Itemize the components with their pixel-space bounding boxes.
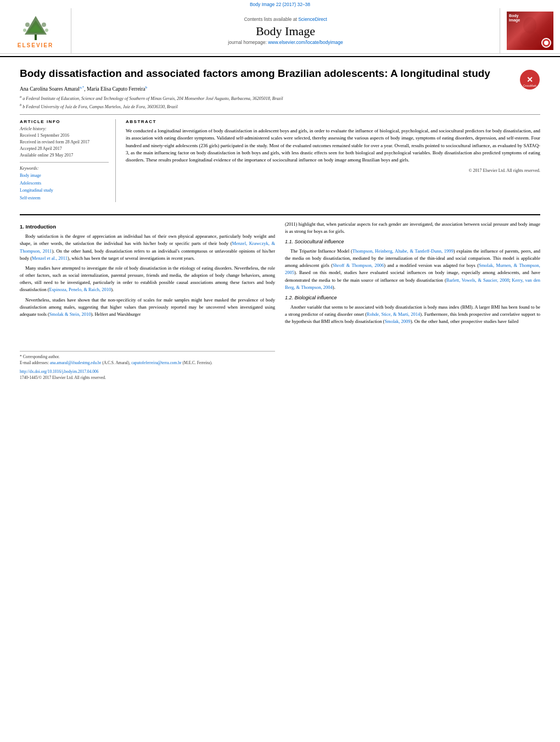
email-footnote: E-mail addresses: ana.amaral@ifsudestmg.… (20, 360, 275, 366)
body-col-right: (2011) highlight that, when particular a… (285, 221, 540, 381)
science-direct-line: Contents lists available at ScienceDirec… (244, 16, 327, 22)
keywords-list: Body image Adolescents Longitudinal stud… (20, 172, 109, 202)
journal-cover-area: BodyImage (500, 8, 560, 53)
svg-point-7 (45, 29, 48, 32)
cover-overlay (507, 12, 553, 50)
abstract-col: ABSTRACT We conducted a longitudinal inv… (126, 119, 540, 202)
author-2: Maria Elisa Caputo Ferreira (87, 86, 145, 92)
email-b-link[interactable]: caputofeferreira@terra.com.br (131, 360, 181, 365)
article-info-col: ARTICLE INFO Article history: Received 1… (20, 119, 116, 202)
affiliations: a a Federal Institute of Education, Scie… (20, 94, 540, 110)
keyword-2[interactable]: Adolescents (20, 180, 109, 187)
svg-point-5 (42, 23, 46, 27)
crossmark-badge[interactable]: ✕ CrossMark (519, 69, 540, 91)
subsection-1-1-heading: 1.1. Sociocultural influence (285, 238, 540, 246)
sociocultural-para-1: The Tripartite Influence Model (Thompson… (285, 248, 540, 291)
keyword-3[interactable]: Longitudinal study (20, 187, 109, 194)
science-direct-link[interactable]: ScienceDirect (298, 16, 327, 22)
ref-smolak-murnen-link[interactable]: Smolak, Murnen, & Thompson, 2005 (285, 263, 540, 275)
journal-header: Body Image 22 (2017) 32–38 ELSEVIER (0, 0, 560, 57)
intro-para-continued: (2011) highlight that, when particular a… (285, 221, 540, 235)
journal-name-header: Body Image (256, 24, 315, 38)
volume-text: Body Image 22 (2017) 32–38 (250, 2, 310, 7)
elsevier-brand-text: ELSEVIER (18, 42, 53, 48)
elsevier-tree-icon (19, 14, 52, 41)
keywords-label: Keywords: (20, 166, 109, 171)
accepted-date: Accepted 28 April 2017 (20, 146, 109, 152)
affiliation-b: b b Federal University of Juiz de Fora, … (20, 102, 540, 110)
header-center: Contents lists available at ScienceDirec… (71, 8, 500, 53)
ref-menzel-2011-link[interactable]: Menzel, Krawczyk, & Thompson, 2011 (20, 241, 275, 253)
ref-smolak-stein-link[interactable]: Smolak & Stein, 2010 (49, 311, 91, 317)
abstract-text: We conducted a longitudinal investigatio… (126, 127, 540, 164)
ref-rohde-link[interactable]: Rohde, Stice, & Marti, 2014 (367, 311, 421, 317)
body-divider (20, 214, 540, 215)
article-history-label: Article history: (20, 126, 109, 131)
header-top: ELSEVIER Contents lists available at Sci… (0, 8, 560, 54)
cover-silhouette (507, 12, 553, 50)
affiliation-a: a a Federal Institute of Education, Scie… (20, 94, 540, 102)
intro-para-2: Many studies have attempted to investiga… (20, 265, 275, 294)
journal-homepage-line: journal homepage: www.elsevier.com/locat… (228, 40, 343, 45)
ref-menzel-et-al-link[interactable]: Menzel et al., 2011 (32, 255, 68, 261)
page: Body Image 22 (2017) 32–38 ELSEVIER (0, 0, 560, 742)
article-content: ✕ CrossMark Body dissatisfaction and ass… (0, 57, 560, 209)
email-a-link[interactable]: ana.amaral@ifsudestmg.edu.br (50, 360, 101, 365)
journal-cover-image: BodyImage (507, 12, 553, 50)
info-abstract-cols: ARTICLE INFO Article history: Received 1… (20, 114, 540, 202)
svg-point-6 (23, 29, 26, 32)
section-1-heading: 1. Introduction (20, 223, 275, 231)
available-date: Available online 29 May 2017 (20, 152, 109, 159)
doi-link[interactable]: http://dx.doi.org/10.1016/j.bodyim.2017.… (20, 369, 98, 374)
ref-smolak-2009-link[interactable]: Smolak, 2009 (384, 319, 410, 324)
issn-footer: 1740-1445/© 2017 Elsevier Ltd. All right… (20, 375, 275, 381)
subsection-1-2-heading: 1.2. Biological influence (285, 294, 540, 302)
svg-text:CrossMark: CrossMark (523, 84, 537, 87)
keyword-4[interactable]: Self-esteem (20, 194, 109, 202)
ref-thompson-1999-link[interactable]: Thompson, Heinberg, Altabe, & Tantleff-D… (352, 248, 453, 254)
ref-shroff-link[interactable]: Shroff & Thompson, 2006 (333, 263, 384, 268)
authors-line: Ana Carolina Soares Amarala,*, Maria Eli… (20, 85, 540, 92)
svg-rect-0 (35, 35, 37, 40)
volume-line: Body Image 22 (2017) 32–38 (0, 0, 560, 8)
svg-text:✕: ✕ (527, 75, 533, 84)
ref-barlett-link[interactable]: Barlett, Vowels, & Saucier, 2008 (446, 277, 509, 283)
ref-espinoza-link[interactable]: Espinoza, Penelo, & Raich, 2010 (49, 287, 111, 292)
body-two-col: 1. Introduction Body satisfaction is the… (0, 221, 560, 381)
title-area: ✕ CrossMark Body dissatisfaction and ass… (20, 67, 540, 81)
info-divider (20, 162, 109, 163)
keyword-1[interactable]: Body image (20, 172, 109, 180)
doi-footer: http://dx.doi.org/10.1016/j.bodyim.2017.… (20, 369, 275, 375)
received-date: Received 1 September 2016 (20, 132, 109, 139)
crossmark-icon: ✕ CrossMark (519, 69, 540, 90)
abstract-heading: ABSTRACT (126, 119, 540, 124)
intro-para-3: Nevertheless, studies have shown that th… (20, 297, 275, 319)
elsevier-logo: ELSEVIER (0, 8, 71, 53)
author-1: Ana Carolina Soares Amaral (20, 86, 80, 92)
revised-date: Received in revised form 28 April 2017 (20, 139, 109, 146)
corresponding-note: * Corresponding author. (20, 354, 275, 360)
svg-point-4 (25, 23, 30, 27)
article-info-heading: ARTICLE INFO (20, 119, 109, 124)
footnote-area: * Corresponding author. E-mail addresses… (20, 351, 275, 381)
affil-sup-b: b (145, 85, 147, 90)
svg-point-9 (520, 31, 540, 47)
biological-para-1: Another variable that seems to be associ… (285, 304, 540, 326)
article-title: Body dissatisfaction and associated fact… (20, 67, 540, 81)
journal-homepage-link[interactable]: www.elsevier.com/locate/bodyimage (268, 40, 343, 45)
intro-para-1: Body satisfaction is the degree of appre… (20, 233, 275, 262)
body-col-left: 1. Introduction Body satisfaction is the… (20, 221, 275, 381)
abstract-copyright: © 2017 Elsevier Ltd. All rights reserved… (126, 168, 540, 173)
